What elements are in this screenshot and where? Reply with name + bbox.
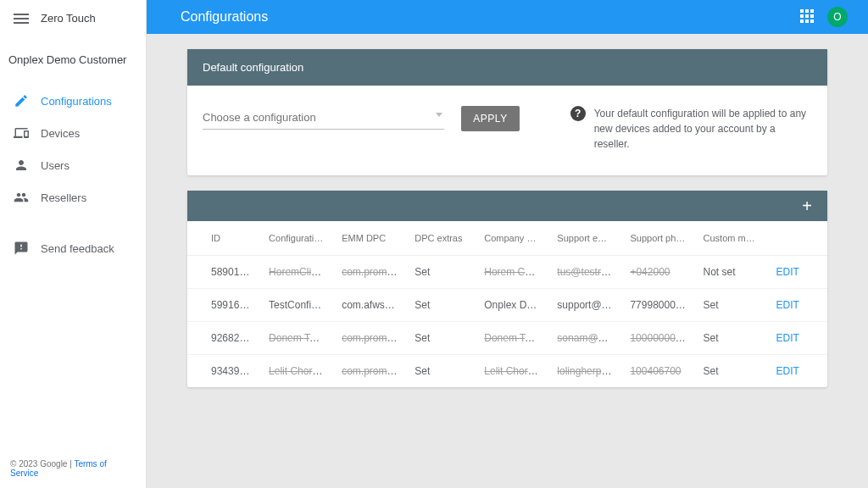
cell: 589015368 xyxy=(187,256,260,289)
nav-label: Configurations xyxy=(41,95,112,108)
default-config-title: Default configuration xyxy=(187,49,827,86)
cell: com.promobitsoln xyxy=(333,256,406,289)
apply-button[interactable]: APPLY xyxy=(461,106,519,131)
cell: com.promobitsoln xyxy=(333,322,406,355)
table-row: 934391170Lelit Chorpodocom.promobitsolnS… xyxy=(187,355,827,388)
cell: Donem Testing xyxy=(260,322,333,355)
cell: Horem Company xyxy=(476,256,548,289)
cell: Set xyxy=(695,289,768,322)
chevron-down-icon xyxy=(436,113,442,117)
column-header: Configuration na... xyxy=(260,221,333,256)
cell: Set xyxy=(695,322,768,355)
cell: tus@testroom xyxy=(548,256,621,289)
column-header: DPC extras xyxy=(406,221,476,256)
default-config-card: Default configuration APPLY ? Your defau… xyxy=(187,49,827,175)
add-config-button[interactable]: + xyxy=(802,197,812,214)
devices-icon xyxy=(14,125,29,141)
footer: © 2023 Google | Terms of Service xyxy=(0,449,146,488)
cell: 1000000000 xyxy=(621,322,694,355)
table-row: 926825881Donem Testingcom.promobitsolnSe… xyxy=(187,322,827,355)
cell: HoremClient Donity xyxy=(260,256,333,289)
menu-icon[interactable] xyxy=(14,14,29,24)
column-header: EMM DPC xyxy=(333,221,406,256)
config-select[interactable] xyxy=(203,106,444,130)
column-header: Custom message xyxy=(695,221,768,256)
info-text: Your default configuration will be appli… xyxy=(594,106,812,152)
cell: Set xyxy=(406,256,476,289)
apps-icon[interactable] xyxy=(800,9,815,25)
cell: Set xyxy=(695,355,768,388)
group-icon xyxy=(14,190,29,205)
column-header: ID xyxy=(187,221,260,256)
nav-label: Users xyxy=(41,159,70,172)
sidebar-item-users[interactable]: Users xyxy=(0,149,146,181)
cell: 926825881 xyxy=(187,322,260,355)
sidebar-item-resellers[interactable]: Resellers xyxy=(0,181,146,214)
cell: Lelit Chorpodo xyxy=(476,355,548,388)
cell: Not set xyxy=(695,256,768,289)
cell: support@demo.co xyxy=(548,289,621,322)
nav-list: ConfigurationsDevicesUsersResellers xyxy=(0,78,146,214)
cell: Set xyxy=(406,289,476,322)
column-header: Support phone n... xyxy=(621,221,694,256)
topbar: Configurations O xyxy=(147,0,868,34)
feedback-icon xyxy=(14,241,29,256)
cell: 77998000087 xyxy=(621,289,694,322)
info-icon: ? xyxy=(570,106,586,121)
edit-button[interactable]: EDIT xyxy=(776,332,799,344)
cell: Onplex Demo xyxy=(476,289,548,322)
sidebar-item-feedback[interactable]: Send feedback xyxy=(0,232,146,264)
feedback-label: Send feedback xyxy=(41,242,114,255)
avatar[interactable]: O xyxy=(827,7,848,27)
table-row: 599167588TestConfiguratuioncom.afwsample… xyxy=(187,289,827,322)
column-header xyxy=(768,221,827,256)
footer-text: © 2023 Google | xyxy=(10,459,74,469)
nav-label: Devices xyxy=(41,127,80,140)
config-select-input[interactable] xyxy=(203,106,444,130)
user-icon xyxy=(14,158,29,173)
cell: TestConfiguratuion xyxy=(260,289,333,322)
cell: Lelit Chorpodo xyxy=(260,355,333,388)
configurations-table-card: + IDConfiguration na...EMM DPCDPC extras… xyxy=(187,191,827,387)
sidebar: Zero Touch Onplex Demo Customer Configur… xyxy=(0,0,147,488)
cell: Set xyxy=(406,322,476,355)
sidebar-item-configurations[interactable]: Configurations xyxy=(0,85,146,117)
cell: 599167588 xyxy=(187,289,260,322)
customer-name: Onplex Demo Customer xyxy=(0,36,146,78)
edit-button[interactable]: EDIT xyxy=(776,266,799,278)
cell: Set xyxy=(406,355,476,388)
cell: 934391170 xyxy=(187,355,260,388)
sidebar-item-devices[interactable]: Devices xyxy=(0,117,146,149)
edit-button[interactable]: EDIT xyxy=(776,365,799,377)
cell: sonam@promobile xyxy=(548,322,621,355)
page-title: Configurations xyxy=(181,9,268,25)
brand-name: Zero Touch xyxy=(41,12,96,25)
cell: +042000 xyxy=(621,256,694,289)
cell: Donem Testing xyxy=(476,322,548,355)
cell: com.promobitsoln xyxy=(333,355,406,388)
edit-icon xyxy=(14,93,29,108)
table-row: 589015368HoremClient Donitycom.promobits… xyxy=(187,256,827,289)
nav-label: Resellers xyxy=(41,191,86,204)
cell: 100406700 xyxy=(621,355,694,388)
cell: lolingherpedo@pro xyxy=(548,355,621,388)
column-header: Company name xyxy=(476,221,548,256)
column-header: Support email a... xyxy=(548,221,621,256)
configurations-table: IDConfiguration na...EMM DPCDPC extrasCo… xyxy=(187,221,827,387)
main: Configurations O Default configuration A… xyxy=(147,0,868,488)
cell: com.afwsamples.t xyxy=(333,289,406,322)
edit-button[interactable]: EDIT xyxy=(776,299,799,311)
